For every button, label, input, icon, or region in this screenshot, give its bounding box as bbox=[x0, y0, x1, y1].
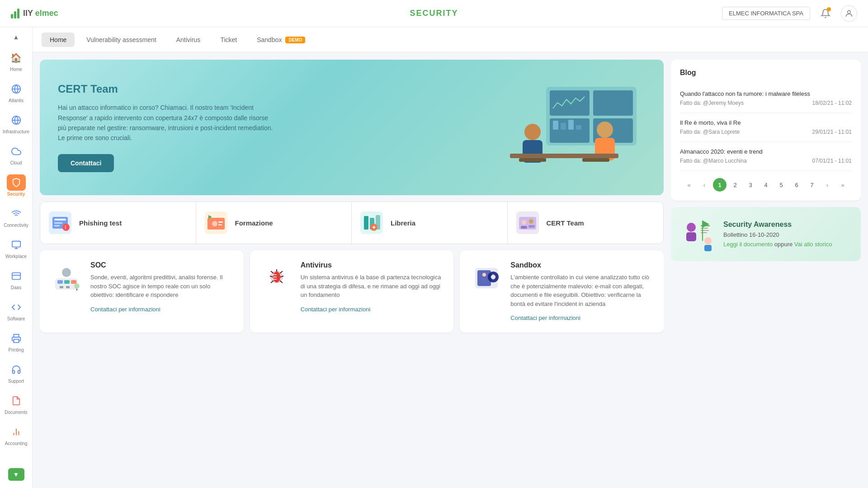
user-avatar[interactable] bbox=[841, 5, 857, 22]
tab-antivirus[interactable]: Antivirus bbox=[168, 33, 209, 47]
hero-description: Hai un attacco informatico in corso? Chi… bbox=[58, 103, 275, 143]
software-icon-wrap bbox=[7, 299, 26, 315]
notifications-button[interactable] bbox=[817, 5, 834, 22]
pagination-last-button[interactable]: » bbox=[836, 178, 849, 192]
cert-team-illustration bbox=[483, 78, 646, 177]
svg-rect-20 bbox=[553, 121, 558, 130]
sandbox-illustration bbox=[471, 261, 502, 293]
company-badge[interactable]: ELMEC INFORMATICA SPA bbox=[722, 7, 810, 20]
svg-point-64 bbox=[74, 283, 80, 289]
awareness-storico-link[interactable]: Vai allo storico bbox=[794, 241, 832, 248]
tab-home[interactable]: Home bbox=[42, 33, 75, 47]
antivirus-icon bbox=[261, 261, 292, 293]
sidebar-item-label: Security bbox=[7, 192, 25, 197]
info-card-sandbox: Sandbox L'ambiente controllato in cui vi… bbox=[460, 250, 664, 333]
sidebar-item-printing[interactable]: Printing bbox=[1, 327, 32, 356]
cert-icon bbox=[515, 210, 540, 235]
svg-rect-83 bbox=[481, 278, 487, 283]
svg-point-93 bbox=[704, 237, 712, 244]
pagination-page-4[interactable]: 4 bbox=[759, 178, 773, 192]
sidebar-item-cloud[interactable]: Cloud bbox=[1, 140, 32, 169]
svg-rect-45 bbox=[364, 216, 368, 230]
home-icon-wrap: 🏠 bbox=[7, 50, 26, 66]
service-card-libreria[interactable]: Libreria bbox=[352, 202, 508, 244]
awareness-svg bbox=[680, 216, 716, 252]
atlantis-icon bbox=[11, 84, 21, 94]
sidebar-item-atlantis[interactable]: Atlantis bbox=[1, 77, 32, 107]
sidebar-item-label: Infrastructure bbox=[3, 129, 29, 134]
service-card-label: Formazione bbox=[235, 219, 273, 227]
hero-content: CERT Team Hai un attacco informatico in … bbox=[58, 83, 275, 172]
sidebar-item-label: Printing bbox=[9, 347, 24, 352]
soc-icon bbox=[51, 261, 82, 293]
blog-item-author: Fatto da: @Marco Lucchina bbox=[680, 158, 747, 164]
libreria-icon bbox=[359, 210, 384, 235]
soc-contact-link[interactable]: Contattaci per informazioni bbox=[90, 306, 160, 313]
svg-rect-90 bbox=[701, 232, 707, 233]
tab-ticket[interactable]: Ticket bbox=[212, 33, 245, 47]
atlantis-icon-wrap bbox=[7, 81, 26, 97]
antivirus-contact-link[interactable]: Contattaci per informazioni bbox=[301, 306, 371, 313]
svg-point-53 bbox=[522, 220, 526, 225]
sidebar-item-support[interactable]: Support bbox=[1, 358, 32, 387]
svg-rect-6 bbox=[12, 241, 20, 247]
sidebar-expand-button[interactable]: ▼ bbox=[8, 468, 24, 481]
svg-rect-41 bbox=[218, 221, 223, 223]
awareness-title: Security Awareness bbox=[723, 221, 832, 229]
svg-rect-17 bbox=[593, 90, 633, 116]
service-card-formazione[interactable]: Formazione bbox=[196, 202, 352, 244]
sidebar-item-daas[interactable]: Daas bbox=[1, 264, 32, 294]
pagination-first-button[interactable]: « bbox=[682, 178, 696, 192]
cloud-icon bbox=[11, 146, 21, 156]
pagination-page-6[interactable]: 6 bbox=[790, 178, 803, 192]
sidebar: ▲ 🏠 Home Atlantis Infrastructu bbox=[0, 27, 33, 488]
sidebar-item-infrastructure[interactable]: Infrastructure bbox=[1, 108, 32, 138]
sidebar-item-workplace[interactable]: Workplace bbox=[1, 233, 32, 263]
sidebar-item-label: Workplace bbox=[5, 254, 27, 259]
soc-description: Sonde, eventi, algoritmi predittivi, ana… bbox=[90, 273, 233, 300]
awareness-content: Security Awareness Bollettino 16-10-2020… bbox=[723, 221, 832, 248]
svg-point-26 bbox=[597, 122, 613, 138]
pagination-prev-button[interactable]: ‹ bbox=[698, 178, 711, 192]
pagination-page-1[interactable]: 1 bbox=[713, 178, 726, 192]
sidebar-item-accounting[interactable]: Accounting bbox=[1, 420, 32, 450]
service-card-label: Libreria bbox=[391, 219, 415, 227]
sidebar-item-software[interactable]: Software bbox=[1, 296, 32, 325]
sidebar-item-security[interactable]: Security bbox=[1, 171, 32, 200]
pagination-page-5[interactable]: 5 bbox=[774, 178, 788, 192]
awareness-read-doc-link[interactable]: Leggi il documento bbox=[723, 241, 773, 248]
blog-item-title: Almanacco 2020: eventi e trend bbox=[680, 148, 852, 155]
pagination-page-3[interactable]: 3 bbox=[744, 178, 757, 192]
svg-rect-42 bbox=[218, 224, 222, 225]
home-icon: 🏠 bbox=[10, 52, 22, 63]
service-card-cert[interactable]: CERT Team bbox=[508, 202, 664, 244]
hero-contact-button[interactable]: Contattaci bbox=[58, 154, 114, 172]
soc-title: SOC bbox=[90, 261, 233, 269]
info-cards: SOC Sonde, eventi, algoritmi predittivi,… bbox=[40, 250, 664, 333]
tab-sandbox[interactable]: Sandbox DEMO bbox=[249, 33, 313, 47]
sidebar-collapse-button[interactable]: ▲ bbox=[8, 31, 24, 43]
svg-rect-63 bbox=[66, 286, 70, 288]
svg-text:!: ! bbox=[65, 225, 66, 230]
sandbox-contact-link[interactable]: Contattaci per informazioni bbox=[510, 314, 580, 321]
blog-item-date: 07/01/21 - 11:01 bbox=[812, 158, 852, 164]
sandbox-title: Sandbox bbox=[510, 261, 653, 269]
pagination-page-2[interactable]: 2 bbox=[728, 178, 742, 192]
pagination-next-button[interactable]: › bbox=[821, 178, 834, 192]
svg-rect-89 bbox=[701, 230, 709, 231]
sidebar-item-label: Connectivity bbox=[4, 223, 28, 228]
sidebar-item-documents[interactable]: Documents bbox=[1, 389, 32, 418]
sidebar-item-home[interactable]: 🏠 Home bbox=[1, 46, 32, 75]
svg-rect-23 bbox=[576, 125, 581, 130]
sidebar-item-connectivity[interactable]: Connectivity bbox=[1, 202, 32, 231]
blog-item-author: Fatto da: @Jeremy Moeys bbox=[680, 100, 744, 106]
connectivity-icon-wrap bbox=[7, 206, 26, 222]
pagination-page-7[interactable]: 7 bbox=[805, 178, 819, 192]
demo-badge: DEMO bbox=[285, 37, 305, 43]
service-card-phishing[interactable]: ! Phishing test bbox=[40, 202, 196, 244]
svg-rect-61 bbox=[71, 280, 76, 284]
logo-bar-2 bbox=[14, 11, 16, 19]
tab-vulnerability[interactable]: Vulnerability assessment bbox=[78, 33, 164, 47]
connectivity-icon bbox=[11, 209, 21, 219]
page-title: SECURITY bbox=[410, 9, 458, 18]
